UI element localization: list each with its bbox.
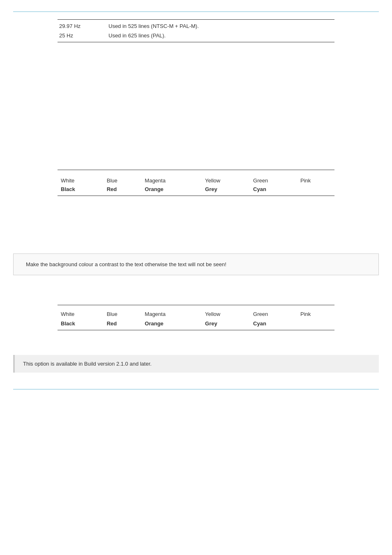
color-cell-blue: Blue (104, 175, 142, 185)
color-cell-cyan: Cyan (250, 319, 297, 328)
info-text: This option is available in Build versio… (23, 361, 152, 367)
color-cell-magenta: Magenta (141, 175, 202, 185)
warning-box: Make the background colour a contrast to… (13, 253, 379, 275)
table-row: Black Red Orange Grey Cyan (58, 185, 334, 194)
freq-table: 29.97 Hz Used in 525 lines (NTSC-M + PAL… (58, 19, 334, 42)
color-cell-orange: Orange (141, 319, 202, 328)
spacer (0, 330, 392, 343)
color-cell-grey: Grey (202, 185, 250, 194)
section-rule-top (58, 170, 334, 170)
color-cell-blue: Blue (104, 309, 142, 319)
warning-text: Make the background colour a contrast to… (26, 261, 226, 267)
spacer (0, 196, 392, 237)
spacer (0, 42, 392, 83)
table-row: 25 Hz Used in 625 lines (PAL). (58, 31, 334, 42)
colors-table-1: White Blue Magenta Yellow Green Pink Bla… (58, 175, 334, 194)
freq-cell: 25 Hz (58, 31, 107, 42)
colors-section-2: White Blue Magenta Yellow Green Pink Bla… (58, 305, 334, 330)
color-cell-pink: Pink (297, 309, 334, 319)
color-cell-grey: Grey (202, 319, 250, 328)
color-cell-empty (297, 185, 334, 194)
colors-table-2: White Blue Magenta Yellow Green Pink Bla… (58, 309, 334, 328)
color-cell-yellow: Yellow (202, 309, 250, 319)
top-rule (13, 12, 379, 12)
desc-cell: Used in 625 lines (PAL). (107, 31, 334, 42)
color-cell-green: Green (250, 309, 297, 319)
table-row: Black Red Orange Grey Cyan (58, 319, 334, 328)
color-cell-white: White (58, 175, 104, 185)
colors2-top-rule (58, 305, 334, 305)
freq-cell: 29.97 Hz (58, 20, 107, 31)
desc-cell: Used in 525 lines (NTSC-M + PAL-M). (107, 20, 334, 31)
color-cell-green: Green (250, 175, 297, 185)
page-container: 29.97 Hz Used in 525 lines (NTSC-M + PAL… (0, 12, 392, 555)
spacer (0, 275, 392, 300)
color-cell-magenta: Magenta (141, 309, 202, 319)
table-row: 29.97 Hz Used in 525 lines (NTSC-M + PAL… (58, 20, 334, 31)
bottom-rule (13, 389, 379, 389)
color-cell-empty (297, 319, 334, 328)
color-cell-cyan: Cyan (250, 185, 297, 194)
color-cell-pink: Pink (297, 175, 334, 185)
color-cell-red: Red (104, 185, 142, 194)
spacer (0, 124, 392, 166)
table-row: White Blue Magenta Yellow Green Pink (58, 175, 334, 185)
spacer (0, 83, 392, 124)
color-cell-white: White (58, 309, 104, 319)
info-box: This option is available in Build versio… (13, 355, 379, 373)
color-cell-black: Black (58, 185, 104, 194)
table-row: White Blue Magenta Yellow Green Pink (58, 309, 334, 319)
color-cell-red: Red (104, 319, 142, 328)
color-cell-black: Black (58, 319, 104, 328)
colors-section-1: White Blue Magenta Yellow Green Pink Bla… (58, 170, 334, 196)
color-cell-orange: Orange (141, 185, 202, 194)
color-cell-yellow: Yellow (202, 175, 250, 185)
freq-section: 29.97 Hz Used in 525 lines (NTSC-M + PAL… (58, 19, 334, 42)
